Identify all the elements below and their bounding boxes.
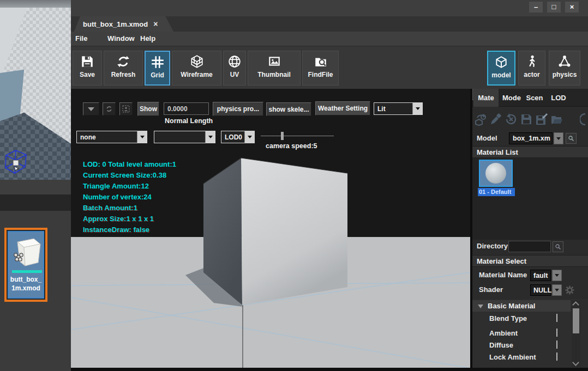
tab-material[interactable]: Mate <box>473 89 499 107</box>
model-search-button[interactable] <box>566 133 577 144</box>
dropdown-arrow-icon[interactable] <box>244 131 254 143</box>
lod-dropdown[interactable]: LOD0 <box>221 131 255 143</box>
show-button[interactable]: Show <box>137 102 159 116</box>
camera-speed-label: camera speed:5 <box>266 142 317 150</box>
tab-scene[interactable]: Scen <box>525 89 544 107</box>
tab-lod[interactable]: LOD <box>550 89 567 107</box>
document-tab-strip: butt_box_1m.xmod × <box>71 16 588 32</box>
wireframe-button[interactable]: Wireframe <box>172 51 221 86</box>
show-skeleton-button[interactable]: show skele... <box>266 102 311 116</box>
magnifier-icon <box>555 244 561 250</box>
eyedropper-icon <box>489 113 502 126</box>
document-tab-title: butt_box_1m.xmod <box>83 20 148 28</box>
stat-instancedraw: InstanceDraw: false <box>83 226 149 234</box>
shader-combo[interactable]: NULL <box>530 284 551 296</box>
desktop-band <box>0 180 71 194</box>
clipped-toolbar-button[interactable] <box>579 110 588 129</box>
property-control[interactable] <box>556 314 557 322</box>
findfile-button[interactable]: FindFile <box>302 51 339 86</box>
model-combo-arrow[interactable] <box>554 132 563 144</box>
uv-button[interactable]: UV <box>223 51 246 86</box>
select-person-icon <box>122 105 130 113</box>
revert-button[interactable] <box>504 110 518 129</box>
maximize-button[interactable]: □ <box>547 2 561 13</box>
thumbnail-button[interactable]: Thumbnail <box>248 51 301 86</box>
reload-button[interactable] <box>103 102 116 115</box>
window-bottom-border <box>71 368 588 371</box>
magnifier-icon <box>568 135 574 142</box>
property-control[interactable] <box>556 352 557 361</box>
shader-settings-button[interactable] <box>565 285 575 297</box>
secondary-dropdown[interactable] <box>154 131 215 143</box>
dropdown-arrow-icon[interactable] <box>412 103 422 114</box>
physics-properties-button[interactable]: physics pro... <box>213 102 263 116</box>
properties-scrollbar[interactable] <box>572 300 580 367</box>
material-name-label: Material Name <box>479 271 527 279</box>
camera-speed-slider[interactable] <box>261 131 334 142</box>
lighting-mode-dropdown[interactable]: Lit <box>374 102 423 115</box>
material-name-combo[interactable]: fault <box>530 270 551 281</box>
collapse-panel-button[interactable] <box>83 102 99 115</box>
cube-3d <box>203 158 347 305</box>
shader-label: Shader <box>479 285 503 294</box>
shader-arrow[interactable] <box>552 284 562 296</box>
eyedropper-button[interactable] <box>489 110 503 129</box>
xmod-cube-thumbnail <box>12 234 42 269</box>
model-name-combo[interactable]: box_1m.xm <box>509 132 553 144</box>
viewport-3d[interactable]: Show 0.0000 Normal Length physics pro...… <box>71 89 470 368</box>
focus-selection-button[interactable] <box>119 102 133 115</box>
tab-mode[interactable]: Mode <box>502 89 521 107</box>
menu-help[interactable]: Help <box>140 34 155 42</box>
file-icon-butt-box-xmod[interactable]: butt_box_ 1m.xmod <box>4 228 47 302</box>
save-button[interactable]: Save <box>73 51 102 86</box>
tab-close-icon[interactable]: × <box>153 20 158 28</box>
grid-button[interactable]: Grid <box>145 51 170 86</box>
minimize-button[interactable]: – <box>529 2 543 13</box>
directory-search-button[interactable] <box>553 241 563 252</box>
refresh-icon <box>116 54 130 69</box>
scrollbar-thumb[interactable] <box>573 308 579 333</box>
mode-model-button[interactable]: model <box>487 51 515 86</box>
normal-length-label: Normal Length <box>165 117 213 125</box>
dropdown-arrow-icon[interactable] <box>205 131 215 143</box>
menu-file[interactable]: File <box>75 34 87 42</box>
material-thumbnail[interactable] <box>479 160 513 187</box>
material-item-label[interactable]: 01 - Default <box>478 188 515 196</box>
mode-actor-button[interactable]: actor <box>518 51 545 86</box>
animation-dropdown[interactable]: none <box>76 131 147 143</box>
save-material-button[interactable] <box>519 110 533 129</box>
chevron-down-icon[interactable] <box>572 359 579 366</box>
chevron-down-icon <box>556 137 561 142</box>
basic-material-header[interactable]: Basic Material <box>472 300 571 312</box>
main-toolbar: Save Refresh Grid <box>71 46 588 89</box>
material-toolbar <box>472 109 588 131</box>
actor-icon <box>525 54 539 69</box>
open-material-button[interactable] <box>550 110 564 129</box>
mode-physics-button[interactable]: physics <box>549 51 580 86</box>
save-as-material-button[interactable] <box>535 110 549 129</box>
document-tab[interactable]: butt_box_1m.xmod × <box>74 16 173 32</box>
replace-model-button[interactable] <box>473 110 488 129</box>
save-as-icon <box>535 113 548 126</box>
chevron-up-icon[interactable] <box>572 301 579 308</box>
grid-icon <box>151 55 165 69</box>
menu-window[interactable]: Window <box>107 34 135 42</box>
normal-length-input[interactable]: 0.0000 <box>164 102 209 115</box>
refresh-button[interactable]: Refresh <box>104 51 143 86</box>
property-control[interactable] <box>556 329 557 337</box>
save-small-icon <box>520 113 533 126</box>
close-button[interactable]: × <box>565 2 579 13</box>
stat-lod: LOD: 0 Total level amount:1 <box>83 160 176 168</box>
wireframe-selection-cube-icon <box>3 148 28 177</box>
property-control[interactable] <box>556 340 557 349</box>
material-list-header: Material List <box>472 146 588 158</box>
material-name-arrow[interactable] <box>552 270 562 281</box>
file-icon-type-bar <box>12 270 42 273</box>
material-list[interactable]: 01 - Default <box>472 158 588 240</box>
weather-setting-button[interactable]: Weather Setting <box>315 101 370 115</box>
slider-handle[interactable] <box>281 132 284 140</box>
file-icon-label-line1: butt_box_ <box>9 276 43 283</box>
dropdown-arrow-icon[interactable] <box>137 131 147 143</box>
directory-input[interactable] <box>508 241 551 252</box>
stat-approx-size: Approx Size:1 x 1 x 1 <box>83 215 154 223</box>
